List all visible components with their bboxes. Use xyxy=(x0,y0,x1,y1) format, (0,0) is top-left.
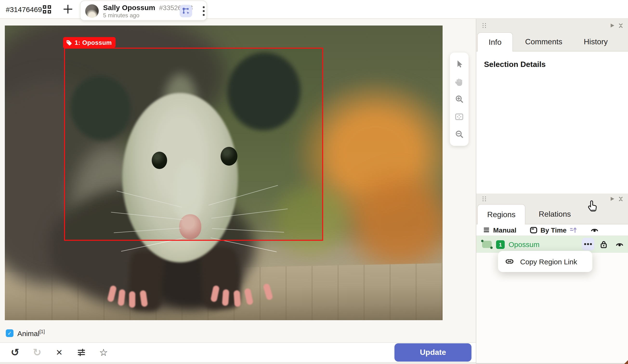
redo-icon[interactable]: ↻ xyxy=(32,347,42,358)
region-number-badge: 1 xyxy=(496,240,505,249)
tab-menu-icon[interactable] xyxy=(200,5,208,17)
animal-checkbox[interactable]: ✓ xyxy=(6,329,13,337)
grid-view-icon[interactable] xyxy=(43,5,51,13)
panel-collapse-icon[interactable] xyxy=(617,196,624,202)
class-label: Animal[1] xyxy=(17,329,45,338)
annotator-name: Sally Opossum xyxy=(103,3,155,11)
copy-region-link-label: Copy Region Link xyxy=(520,257,577,266)
regions-summary-chip[interactable] xyxy=(180,5,192,17)
panel-collapse-icon[interactable] xyxy=(617,22,624,29)
photo-toe xyxy=(234,290,241,307)
panel-detach-icon[interactable] xyxy=(609,196,616,202)
lock-region-icon[interactable] xyxy=(600,240,608,248)
photo-toe xyxy=(129,291,135,308)
hand-icon xyxy=(455,77,464,86)
toggle-visibility-all-icon[interactable] xyxy=(591,226,599,234)
zoom-out-icon xyxy=(455,130,464,139)
region-name: Opossum xyxy=(509,240,539,248)
annotation-tab[interactable]: Sally Opossum #33526013 5 minutes ago xyxy=(80,0,207,21)
select-tool[interactable] xyxy=(452,57,467,71)
link-icon xyxy=(505,257,514,266)
pan-tool[interactable] xyxy=(452,74,467,89)
panel-detach-icon[interactable] xyxy=(609,22,616,29)
classification-row: ✓ Animal[1] xyxy=(0,325,476,342)
sort-ascending-icon xyxy=(569,226,577,234)
tab-comments[interactable]: Comments xyxy=(521,32,567,51)
zoom-in-tool[interactable] xyxy=(452,92,467,106)
add-annotation-icon[interactable] xyxy=(63,4,73,14)
by-time-icon xyxy=(530,226,538,234)
region-menu-button[interactable] xyxy=(582,238,594,250)
canvas-tool-palette xyxy=(450,53,469,146)
reset-icon[interactable]: ✕ xyxy=(54,347,65,358)
drag-handle-icon[interactable] xyxy=(482,196,483,197)
info-panel-tabstrip: Info Comments History xyxy=(476,32,628,52)
ground-truth-star-icon[interactable]: ☆ xyxy=(98,347,109,358)
tag-icon xyxy=(66,39,72,46)
resize-corner xyxy=(624,360,628,364)
info-panel-dragbar[interactable] xyxy=(476,19,628,32)
avatar xyxy=(85,4,99,18)
info-panel: Info Comments History Selection Details xyxy=(476,19,628,194)
regions-panel-dragbar[interactable] xyxy=(476,194,628,204)
region-label-tag[interactable]: 1: Opossum xyxy=(63,37,116,48)
manual-order-icon xyxy=(483,226,490,233)
regions-panel-tabstrip: Regions Relations xyxy=(476,204,628,224)
update-button[interactable]: Update xyxy=(394,343,471,362)
tab-relations[interactable]: Relations xyxy=(533,204,576,224)
undo-icon[interactable]: ↺ xyxy=(10,347,20,358)
task-id: #31476469 xyxy=(6,0,42,19)
annotation-time: 5 minutes ago xyxy=(103,12,139,19)
regions-panel: Regions Relations Manual By Time xyxy=(476,194,628,364)
tab-info[interactable]: Info xyxy=(477,32,513,52)
settings-sliders-icon[interactable] xyxy=(76,347,87,358)
region-shape-icon xyxy=(482,241,492,248)
fit-screen-icon xyxy=(455,112,464,121)
zoom-out-tool[interactable] xyxy=(452,127,467,142)
region-context-menu[interactable]: Copy Region Link xyxy=(498,251,592,272)
sort-by-time-button[interactable]: By Time xyxy=(530,226,577,234)
bottom-strip xyxy=(0,362,476,364)
class-hotkey: [1] xyxy=(39,329,45,334)
region-visibility-icon[interactable] xyxy=(616,240,624,248)
zoom-in-icon xyxy=(455,95,464,103)
selection-details-heading: Selection Details xyxy=(484,60,546,69)
region-label-text: 1: Opossum xyxy=(75,39,112,46)
annotation-app: #31476469 Sally Opossum #33526013 5 minu… xyxy=(0,0,628,364)
regions-filter-row: Manual By Time xyxy=(476,224,628,236)
fit-screen-tool[interactable] xyxy=(452,110,467,124)
drag-handle-icon[interactable] xyxy=(482,23,483,24)
cursor-icon xyxy=(455,60,464,68)
region-corners-icon xyxy=(182,7,190,15)
tab-regions[interactable]: Regions xyxy=(477,204,525,224)
bounding-box-region[interactable] xyxy=(64,48,323,241)
photo-toe xyxy=(222,289,230,306)
tab-history[interactable]: History xyxy=(576,32,615,51)
group-manual-button[interactable]: Manual xyxy=(483,226,516,234)
region-list-item[interactable]: 1 Opossum xyxy=(476,236,628,253)
task-image[interactable]: 1: Opossum xyxy=(5,25,443,320)
bottom-edge-line xyxy=(476,363,628,364)
